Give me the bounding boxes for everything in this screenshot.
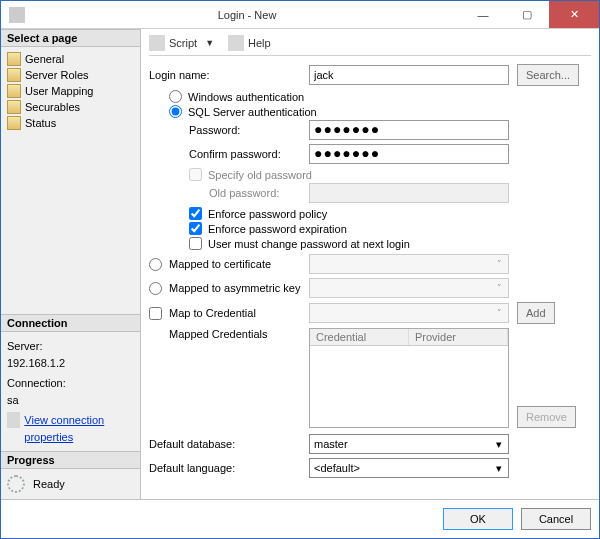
page-label: User Mapping [25,85,93,97]
mapped-cert-radio[interactable] [149,258,162,271]
enforce-expire-label: Enforce password expiration [208,223,347,235]
dialog-footer: OK Cancel [1,499,599,538]
confirm-password-label: Confirm password: [149,148,309,160]
titlebar: Login - New — ▢ ✕ [1,1,599,29]
search-button[interactable]: Search... [517,64,579,86]
default-lang-combo[interactable]: <default>▾ [309,458,509,478]
page-list: General Server Roles User Mapping Secura… [1,47,140,135]
server-label: Server: [7,338,134,355]
default-db-value: master [314,438,348,450]
mapped-cert-combo: ˅ [309,254,509,274]
properties-icon [7,412,20,428]
page-securables[interactable]: Securables [5,99,136,115]
windows-auth-radio[interactable] [169,90,182,103]
password-input[interactable]: ●●●●●●● [309,120,509,140]
sql-auth-label: SQL Server authentication [188,106,317,118]
credentials-grid[interactable]: Credential Provider [309,328,509,428]
toolbar: Script ▼ Help [149,35,591,56]
ok-button[interactable]: OK [443,508,513,530]
page-label: Securables [25,101,80,113]
add-button[interactable]: Add [517,302,555,324]
map-cred-label: Map to Credential [169,307,309,319]
page-status[interactable]: Status [5,115,136,131]
connection-label: Connection: [7,375,134,392]
page-server-roles[interactable]: Server Roles [5,67,136,83]
password-label: Password: [149,124,309,136]
spinner-icon [7,475,25,493]
default-lang-label: Default language: [149,462,309,474]
col-credential: Credential [310,329,409,345]
page-icon [7,100,21,114]
connection-head: Connection [1,314,140,332]
default-db-combo[interactable]: master▾ [309,434,509,454]
page-user-mapping[interactable]: User Mapping [5,83,136,99]
main-panel: Script ▼ Help Login name: Search... Wind… [141,29,599,499]
login-name-label: Login name: [149,69,309,81]
progress-head: Progress [1,451,140,469]
enforce-policy-checkbox[interactable] [189,207,202,220]
col-provider: Provider [409,329,508,345]
sql-auth-radio[interactable] [169,105,182,118]
enforce-expire-checkbox[interactable] [189,222,202,235]
view-connection-properties-link[interactable]: View connection properties [24,412,134,445]
help-button[interactable]: Help [248,37,271,49]
help-icon [228,35,244,51]
mapped-asym-combo: ˅ [309,278,509,298]
script-icon [149,35,165,51]
page-label: Server Roles [25,69,89,81]
page-general[interactable]: General [5,51,136,67]
server-value: 192.168.1.2 [7,355,134,372]
specify-old-checkbox [189,168,202,181]
login-form: Login name: Search... Windows authentica… [149,64,591,491]
select-page-head: Select a page [1,29,140,47]
page-icon [7,116,21,130]
login-name-input[interactable] [309,65,509,85]
page-icon [7,68,21,82]
mapped-creds-label: Mapped Credentials [149,328,309,340]
login-new-window: Login - New — ▢ ✕ Select a page General … [0,0,600,539]
progress-status: Ready [33,478,65,490]
script-dropdown-icon[interactable]: ▼ [205,38,214,48]
page-label: Status [25,117,56,129]
default-lang-value: <default> [314,462,360,474]
connection-value: sa [7,392,134,409]
sidebar: Select a page General Server Roles User … [1,29,141,499]
remove-button[interactable]: Remove [517,406,576,428]
mapped-asym-radio[interactable] [149,282,162,295]
mapped-cert-label: Mapped to certificate [169,258,309,270]
windows-auth-label: Windows authentication [188,91,304,103]
close-button[interactable]: ✕ [549,1,599,28]
page-icon [7,84,21,98]
app-icon [9,7,25,23]
minimize-button[interactable]: — [461,1,505,28]
must-change-label: User must change password at next login [208,238,410,250]
cancel-button[interactable]: Cancel [521,508,591,530]
map-cred-combo: ˅ [309,303,509,323]
enforce-policy-label: Enforce password policy [208,208,327,220]
map-cred-checkbox[interactable] [149,307,162,320]
window-title: Login - New [33,9,461,21]
connection-info: Server: 192.168.1.2 Connection: sa View … [1,332,140,451]
maximize-button[interactable]: ▢ [505,1,549,28]
must-change-checkbox[interactable] [189,237,202,250]
progress-body: Ready [1,469,140,499]
old-password-input [309,183,509,203]
old-password-label: Old password: [149,187,309,199]
script-button[interactable]: Script [169,37,197,49]
confirm-password-input[interactable]: ●●●●●●● [309,144,509,164]
default-db-label: Default database: [149,438,309,450]
mapped-asym-label: Mapped to asymmetric key [169,282,309,294]
specify-old-label: Specify old password [208,169,312,181]
page-label: General [25,53,64,65]
page-icon [7,52,21,66]
